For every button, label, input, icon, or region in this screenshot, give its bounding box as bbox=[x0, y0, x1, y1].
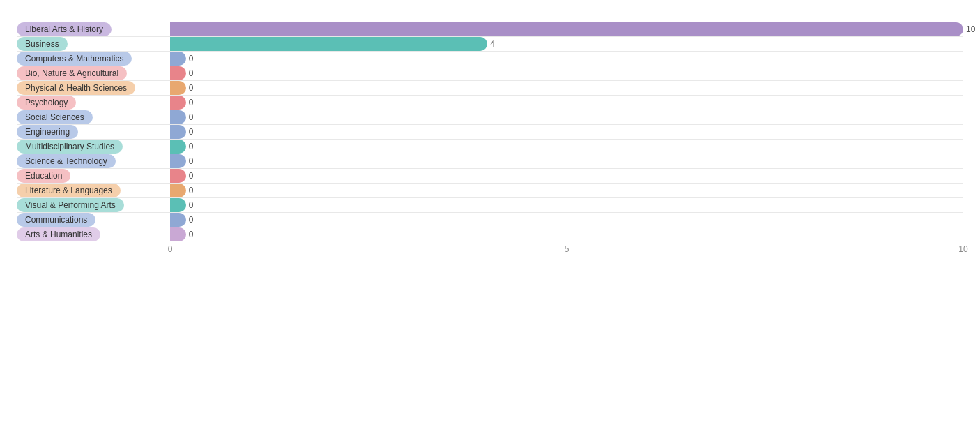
bar-row: Computers & Mathematics0 bbox=[17, 52, 963, 66]
bar-value: 0 bbox=[189, 156, 194, 166]
bar-value: 0 bbox=[189, 171, 194, 181]
label-pill: Engineering bbox=[17, 125, 78, 139]
label-area: Visual & Performing Arts bbox=[17, 198, 170, 212]
bar bbox=[170, 81, 186, 95]
bar bbox=[170, 96, 186, 110]
bar-row: Visual & Performing Arts0 bbox=[17, 198, 963, 213]
label-area: Physical & Health Sciences bbox=[17, 81, 170, 95]
label-pill: Social Sciences bbox=[17, 110, 93, 124]
x-axis: 0510 bbox=[170, 244, 963, 257]
bar-row: Communications0 bbox=[17, 213, 963, 227]
label-pill: Liberal Arts & History bbox=[17, 22, 112, 36]
bar bbox=[170, 227, 186, 241]
bar-row: Psychology0 bbox=[17, 96, 963, 110]
bar-row: Liberal Arts & History10 bbox=[17, 22, 963, 37]
bar-value: 0 bbox=[189, 54, 194, 63]
bar bbox=[170, 140, 186, 154]
label-area: Computers & Mathematics bbox=[17, 52, 170, 66]
label-pill: Business bbox=[17, 37, 68, 51]
bar-value: 10 bbox=[966, 24, 975, 34]
bar bbox=[170, 184, 186, 197]
bar bbox=[170, 213, 186, 227]
bar-value: 0 bbox=[189, 230, 194, 239]
label-area: Bio, Nature & Agricultural bbox=[17, 66, 170, 80]
label-area: Multidisciplinary Studies bbox=[17, 140, 170, 154]
bar-value: 0 bbox=[189, 186, 194, 195]
label-area: Psychology bbox=[17, 96, 170, 110]
label-area: Education bbox=[17, 169, 170, 183]
label-area: Literature & Languages bbox=[17, 184, 170, 197]
bar bbox=[170, 22, 963, 36]
label-pill: Arts & Humanities bbox=[17, 227, 100, 241]
label-pill: Psychology bbox=[17, 96, 76, 110]
bar bbox=[170, 66, 186, 80]
bar bbox=[170, 125, 186, 139]
chart-area: Liberal Arts & History10Business4Compute… bbox=[17, 22, 963, 257]
label-pill: Literature & Languages bbox=[17, 184, 121, 197]
x-tick-label: 10 bbox=[958, 244, 967, 254]
label-pill: Visual & Performing Arts bbox=[17, 198, 124, 212]
bar bbox=[170, 169, 186, 183]
label-area: Communications bbox=[17, 213, 170, 227]
label-pill: Science & Technology bbox=[17, 154, 116, 168]
bar bbox=[170, 52, 186, 66]
bar-value: 0 bbox=[189, 112, 194, 122]
label-area: Social Sciences bbox=[17, 110, 170, 124]
bar bbox=[170, 37, 487, 51]
bar-value: 0 bbox=[189, 142, 194, 151]
label-pill: Computers & Mathematics bbox=[17, 52, 132, 66]
bar bbox=[170, 154, 186, 168]
bar-row: Education0 bbox=[17, 169, 963, 184]
x-tick-label: 5 bbox=[565, 244, 569, 254]
bar-value: 0 bbox=[189, 68, 194, 78]
bar-value: 0 bbox=[189, 215, 194, 225]
bar-row: Science & Technology0 bbox=[17, 154, 963, 169]
x-tick-label: 0 bbox=[168, 244, 173, 254]
label-pill: Multidisciplinary Studies bbox=[17, 140, 123, 154]
bar-row: Business4 bbox=[17, 37, 963, 52]
bar-value: 0 bbox=[189, 200, 194, 210]
bar-value: 4 bbox=[490, 39, 495, 49]
label-area: Arts & Humanities bbox=[17, 227, 170, 241]
bar bbox=[170, 110, 186, 124]
bar-row: Social Sciences0 bbox=[17, 110, 963, 125]
label-area: Business bbox=[17, 37, 170, 51]
label-pill: Communications bbox=[17, 213, 95, 227]
label-pill: Education bbox=[17, 169, 70, 183]
label-pill: Bio, Nature & Agricultural bbox=[17, 66, 127, 80]
bar-value: 0 bbox=[189, 98, 194, 107]
bar-row: Literature & Languages0 bbox=[17, 184, 963, 198]
bar-row: Bio, Nature & Agricultural0 bbox=[17, 66, 963, 81]
bar-value: 0 bbox=[189, 83, 194, 93]
label-area: Science & Technology bbox=[17, 154, 170, 168]
bar-value: 0 bbox=[189, 127, 194, 137]
label-pill: Physical & Health Sciences bbox=[17, 81, 135, 95]
bar-row: Physical & Health Sciences0 bbox=[17, 81, 963, 96]
bar-row: Arts & Humanities0 bbox=[17, 227, 963, 241]
bar-row: Multidisciplinary Studies0 bbox=[17, 140, 963, 154]
label-area: Liberal Arts & History bbox=[17, 22, 170, 36]
label-area: Engineering bbox=[17, 125, 170, 139]
chart-body: Liberal Arts & History10Business4Compute… bbox=[17, 22, 963, 241]
bar-row: Engineering0 bbox=[17, 125, 963, 140]
bar bbox=[170, 198, 186, 212]
